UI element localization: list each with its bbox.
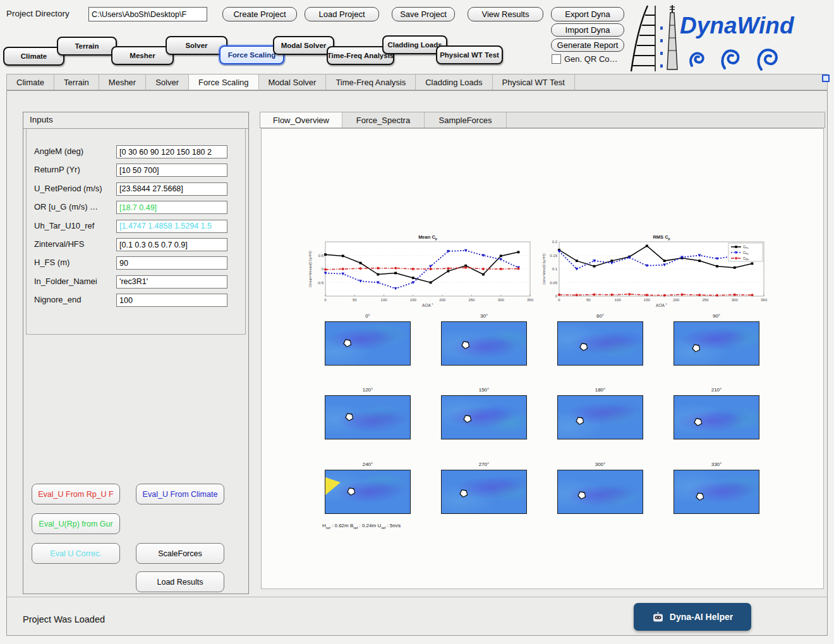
workflow-button-climate[interactable]: Climate: [3, 47, 64, 66]
building-section-marker: [346, 486, 357, 497]
results-tab-force-spectra[interactable]: Force_Spectra: [342, 112, 425, 128]
field-input-or-u-g-m-s[interactable]: [116, 201, 227, 214]
project-directory-input[interactable]: [88, 7, 207, 21]
svg-text:100: 100: [381, 298, 388, 302]
load-project-button[interactable]: Load Project: [305, 7, 379, 21]
import-dyna-button[interactable]: Import Dyna: [551, 23, 624, 37]
svg-text:50: 50: [353, 298, 357, 302]
flow-contour-image: [557, 395, 643, 439]
tab-force-scaling[interactable]: Force Scaling: [189, 75, 258, 90]
project-directory-label: Project Directory: [6, 9, 70, 18]
svg-text:0: 0: [322, 267, 324, 271]
tab-time-freq-analysis[interactable]: Time-Freq Analysis: [326, 75, 416, 90]
field-input-u-retperiod-m-s[interactable]: [116, 182, 227, 196]
tab-overflow-indicator[interactable]: [822, 75, 830, 82]
flow-contour-image: [674, 395, 759, 439]
export-dyna-button[interactable]: Export Dyna: [551, 7, 624, 21]
flow-image-label: 330°: [674, 462, 759, 467]
tab-physical-wt-test[interactable]: Physical WT Test: [493, 75, 575, 90]
inputs-fields-box: AngleM (deg)ReturnP (Yr)U_RetPeriod (m/s…: [26, 129, 246, 335]
svg-text:200: 200: [673, 298, 680, 302]
svg-text:0.1: 0.1: [552, 267, 558, 271]
tab-terrain[interactable]: Terrain: [54, 75, 99, 90]
flow-image-label: 90°: [674, 313, 759, 319]
field-label-uh-tar-u10-ref: Uh_Tar_U10_ref: [34, 221, 94, 230]
field-input-h-fs-m[interactable]: [116, 256, 227, 270]
field-label-nignore-end: Nignore_end: [34, 295, 81, 304]
generate-report-button[interactable]: Generate Report: [551, 39, 624, 52]
flow-image-label: 60°: [557, 313, 643, 319]
building-section-marker: [579, 341, 589, 352]
svg-text:350: 350: [527, 298, 534, 302]
field-input-in-folder-namei[interactable]: [116, 275, 227, 289]
button-eval-u-rp-from-gur[interactable]: Eval_U(Rp) from Gur: [32, 513, 120, 534]
results-tab-flow-overview[interactable]: Flow_Overview: [260, 112, 342, 128]
dyna-ai-helper-label: Dyna-AI Helper: [670, 612, 733, 622]
svg-text:RMS Cp: RMS Cp: [653, 234, 670, 241]
flow-contour-image: [557, 321, 643, 366]
svg-text:0.5: 0.5: [318, 254, 324, 258]
building-section-marker: [575, 415, 586, 426]
save-project-button[interactable]: Save Project: [392, 7, 455, 21]
button-load-results[interactable]: Load Results: [136, 571, 224, 592]
divider: [7, 597, 827, 597]
field-input-zinterval-hfs[interactable]: [116, 238, 227, 251]
button-eval-u-correc[interactable]: Eval U Correc.: [32, 543, 120, 564]
qr-checkbox-label: Gen. QR Co…: [564, 54, 618, 64]
flow-contour-image: [557, 470, 643, 514]
flow-contour-image: [441, 470, 527, 514]
building-section-marker: [577, 489, 588, 500]
logo-title: DynaWind: [680, 13, 794, 39]
workflow-button-terrain[interactable]: Terrain: [57, 37, 117, 56]
field-input-uh-tar-u10-ref[interactable]: [116, 220, 227, 233]
building-section-marker: [461, 340, 471, 350]
dyna-ai-helper-button[interactable]: Dyna-AI Helper: [634, 603, 751, 631]
dynawind-app: { "toolbar": { "project_directory_label"…: [0, 0, 834, 644]
field-input-returnp-yr[interactable]: [116, 164, 227, 177]
tab-climate[interactable]: Climate: [7, 75, 54, 90]
qr-checkbox[interactable]: [552, 54, 561, 64]
mean-cp-chart: -0.500.5050100150200250300350AOA °Cmean=…: [306, 233, 535, 310]
flow-image-label: 180°: [557, 387, 643, 393]
workflow-button-solver[interactable]: Solver: [166, 36, 227, 55]
button-scaleforces[interactable]: ScaleForces: [136, 543, 224, 564]
field-input-anglem-deg[interactable]: [116, 145, 227, 158]
field-input-nignore-end[interactable]: [116, 294, 227, 307]
flow-contour-image: [441, 395, 527, 439]
tab-mesher[interactable]: Mesher: [99, 75, 146, 90]
flow-contour-image: [674, 470, 759, 514]
svg-text:250: 250: [468, 298, 475, 302]
inputs-panel-title: Inputs: [30, 115, 53, 124]
field-label-zinterval-hfs: Zinterval/HFS: [34, 239, 84, 249]
workflow-button-mesher[interactable]: Mesher: [111, 46, 174, 65]
flow-image-label: 120°: [325, 387, 411, 393]
button-eval-u-from-rp-u-f[interactable]: Eval_U From Rp_U F: [32, 484, 120, 504]
field-label-or-u-g-m-s: OR [u_G (m/s) …: [34, 202, 98, 212]
button-eval-u-from-climate[interactable]: Eval_U From Climate: [136, 484, 224, 504]
workflow-button-modal-solver[interactable]: Modal Solver: [273, 36, 334, 55]
create-project-button[interactable]: Create Project: [222, 7, 297, 21]
flow-contour-image: [674, 321, 759, 366]
svg-text:350: 350: [761, 298, 768, 302]
view-results-button[interactable]: View Results: [468, 7, 543, 21]
svg-text:50: 50: [586, 298, 591, 302]
building-section-marker: [342, 338, 353, 349]
svg-text:0.05: 0.05: [550, 281, 557, 285]
svg-text:150: 150: [410, 298, 417, 302]
rms-cp-chart: 00.050.10.150.2050100150200250300350AOA …: [540, 233, 769, 310]
field-label-returnp-yr: ReturnP (Yr): [34, 165, 80, 174]
svg-text:100: 100: [615, 298, 622, 302]
tab-modal-solver[interactable]: Modal Solver: [259, 75, 327, 90]
results-tab-sampleforces[interactable]: SampleForces: [425, 112, 507, 128]
tab-solver[interactable]: Solver: [146, 75, 189, 90]
building-section-marker: [695, 491, 706, 502]
tab-cladding-loads[interactable]: Cladding Loads: [416, 75, 492, 90]
workflow-button-physical-wt-test[interactable]: Physical WT Test: [436, 45, 503, 64]
main-tab-bar: ClimateTerrainMesherSolverForce ScalingM…: [6, 74, 828, 90]
svg-text:0.15: 0.15: [550, 254, 557, 258]
svg-text:0: 0: [555, 294, 558, 298]
flow-grid-caption: Href : 0.62m Bref : 0.24m Uref : 5m/s: [322, 523, 401, 530]
building-section-marker: [462, 414, 473, 424]
svg-text:-0.5: -0.5: [317, 281, 324, 285]
status-message: Project Was Loaded: [23, 614, 105, 624]
